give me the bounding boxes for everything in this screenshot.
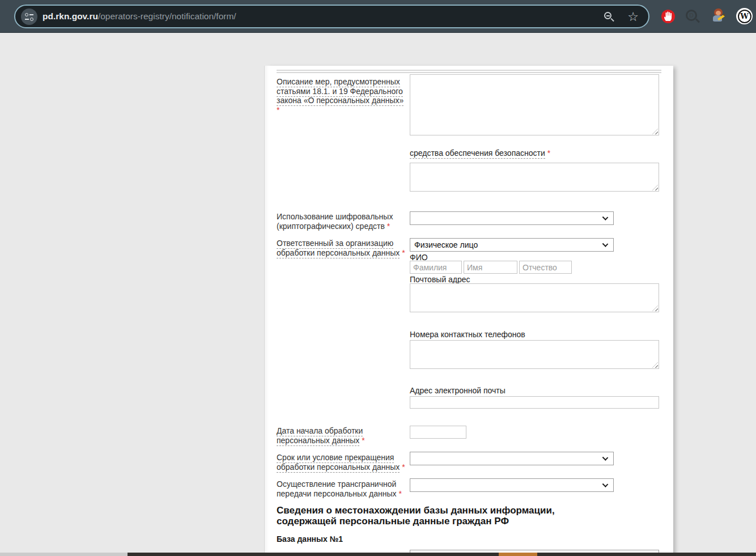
url-text[interactable]: pd.rkn.gov.ru/operators-registry/notific… (43, 6, 236, 27)
name-input[interactable] (464, 261, 517, 274)
start-date-label-link[interactable]: Дата начала обработки персональных данны… (277, 426, 363, 446)
responsible-label: Ответственный за организацию обработки п… (277, 239, 407, 257)
phones-textarea[interactable] (410, 340, 659, 369)
postal-address-textarea[interactable] (410, 283, 659, 312)
page-background: Описание мер, предусмотренных статьями 1… (0, 33, 756, 553)
database-section-heading: Сведения о местонахождении базы данных и… (277, 506, 611, 527)
writer-extension-icon[interactable] (712, 9, 725, 24)
security-means-label-link[interactable]: средства обеспечения безопасности (410, 148, 545, 159)
measures-label: Описание мер, предусмотренных статьями 1… (277, 77, 407, 114)
tune-icon (25, 13, 28, 16)
responsible-type-value: Физическое лицо (410, 239, 613, 249)
adblock-extension-icon[interactable] (661, 10, 675, 23)
phones-label: Номера контактных телефонов (410, 330, 525, 339)
crossborder-select[interactable] (410, 478, 614, 492)
bottom-edge-orange-segment (499, 553, 537, 556)
postal-address-label: Почтовый адрес (410, 275, 470, 284)
hand-icon (661, 10, 675, 23)
email-label: Адрес электронной почты (410, 386, 506, 395)
security-means-label: средства обеспечения безопасности * (410, 148, 550, 158)
lens-extension-icon[interactable]: D (685, 9, 700, 24)
start-date-input[interactable] (410, 426, 466, 439)
measures-label-link[interactable]: Описание мер, предусмотренных статьями 1… (277, 77, 404, 106)
url-path: /operators-registry/notification/form/ (98, 11, 236, 21)
patronymic-input[interactable] (519, 261, 572, 274)
section-divider (277, 70, 661, 73)
termination-label: Срок или условие прекращения обработки п… (277, 453, 407, 472)
security-means-textarea[interactable] (410, 163, 659, 192)
url-domain: pd.rkn.gov.ru (43, 11, 98, 21)
start-date-label: Дата начала обработки персональных данны… (277, 426, 407, 445)
crypto-select[interactable] (410, 211, 614, 225)
crossborder-label: Осуществление трансграничной передачи пе… (277, 479, 407, 498)
chevron-down-icon (602, 214, 609, 220)
browser-toolbar: pd.rkn.gov.ru/operators-registry/notific… (0, 0, 756, 33)
bookmark-star-icon[interactable]: ☆ (627, 7, 639, 27)
bottom-edge-strip (0, 553, 756, 556)
termination-select[interactable] (410, 452, 614, 465)
responsible-label-link[interactable]: Ответственный за организацию обработки п… (277, 239, 400, 258)
chevron-down-icon (602, 481, 609, 487)
surname-input[interactable] (410, 261, 462, 274)
measures-textarea[interactable] (410, 74, 659, 135)
browser-window: pd.rkn.gov.ru/operators-registry/notific… (0, 0, 756, 556)
termination-label-link[interactable]: Срок или условие прекращения обработки п… (277, 453, 400, 473)
chevron-down-icon (602, 455, 609, 461)
site-settings-button[interactable] (21, 9, 37, 25)
responsible-type-select[interactable]: Физическое лицо (410, 238, 614, 252)
database-1-heading: База данных №1 (277, 534, 343, 544)
email-input[interactable] (410, 396, 659, 409)
wayback-extension-icon[interactable]: W (736, 8, 753, 24)
zoom-out-icon[interactable] (604, 12, 615, 23)
address-bar[interactable]: pd.rkn.gov.ru/operators-registry/notific… (14, 5, 649, 28)
crypto-label: Использование шифровальных (криптографич… (277, 212, 407, 231)
form-content: Описание мер, предусмотренных статьями 1… (264, 66, 673, 556)
